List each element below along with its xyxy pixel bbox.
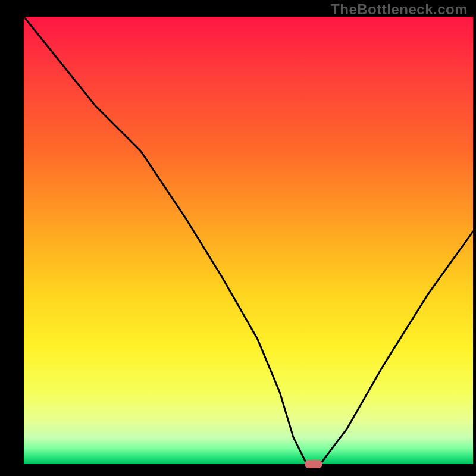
watermark-text: TheBottleneck.com bbox=[331, 1, 468, 18]
chart-svg bbox=[0, 0, 476, 476]
plot-area bbox=[24, 17, 473, 464]
marker-pill bbox=[305, 460, 322, 468]
chart-container: TheBottleneck.com bbox=[0, 0, 476, 476]
